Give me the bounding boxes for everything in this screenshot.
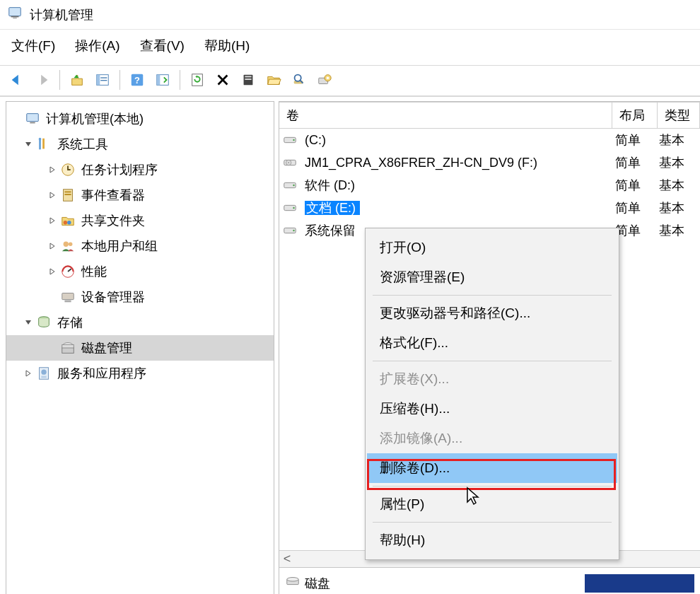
volume-type: 基本 [655, 222, 697, 239]
event-viewer-icon [60, 187, 77, 203]
drive-icon [282, 177, 301, 193]
column-layout[interactable]: 布局 [612, 102, 658, 128]
ctx-mirror: 添加镜像(A)... [367, 424, 617, 453]
collapse-icon[interactable] [22, 138, 35, 151]
tree-event-viewer[interactable]: 事件查看器 [6, 182, 274, 208]
volume-name: 文档 (E:) [303, 199, 609, 216]
ctx-help[interactable]: 帮助(H) [367, 525, 617, 555]
back-button[interactable] [6, 69, 28, 91]
ctx-separator [373, 295, 612, 296]
refresh-button[interactable] [186, 69, 209, 91]
performance-icon [60, 264, 77, 279]
svg-rect-6 [100, 80, 107, 81]
drive-icon [282, 223, 301, 238]
volume-row-selected[interactable]: 文档 (E:) 简单 基本 [279, 197, 700, 219]
tree-label: 共享文件夹 [81, 212, 145, 229]
drive-icon [282, 200, 301, 216]
volume-name: JM1_CPRA_X86FRER_ZH-CN_DV9 (F:) [303, 156, 609, 170]
settings-icon[interactable] [313, 69, 336, 91]
app-icon [7, 5, 23, 24]
volume-type: 基本 [655, 199, 697, 216]
clock-icon [60, 162, 77, 177]
ctx-change-letter[interactable]: 更改驱动器号和路径(C)... [367, 298, 617, 328]
menu-help[interactable]: 帮助(H) [204, 37, 250, 55]
svg-point-54 [293, 230, 294, 231]
ctx-extend: 扩展卷(X)... [367, 364, 617, 394]
show-console-button[interactable] [91, 69, 114, 91]
volume-type: 基本 [655, 132, 697, 148]
svg-rect-1 [11, 16, 19, 18]
volume-row[interactable]: JM1_CPRA_X86FRER_ZH-CN_DV9 (F:) 简单 基本 [279, 151, 700, 174]
tree-system-tools[interactable]: 系统工具 [6, 132, 274, 157]
column-volume[interactable]: 卷 [279, 102, 612, 128]
svg-point-30 [67, 221, 71, 225]
help-button[interactable]: ? [126, 69, 148, 91]
search-icon[interactable] [288, 69, 310, 91]
volume-layout: 简单 [609, 154, 655, 171]
drive-icon [282, 132, 301, 148]
svg-rect-0 [9, 8, 21, 16]
expand-icon[interactable] [46, 240, 59, 252]
cursor-icon [465, 487, 481, 510]
tree-disk-management[interactable]: 磁盘管理 [6, 335, 274, 361]
svg-point-32 [69, 243, 73, 247]
open-folder-icon[interactable] [262, 69, 285, 91]
column-type[interactable]: 类型 [658, 102, 700, 128]
disk-partition-selected[interactable] [585, 574, 694, 593]
disk-label: 磁盘 [305, 575, 330, 592]
svg-rect-13 [245, 76, 251, 78]
menu-view[interactable]: 查看(V) [140, 37, 185, 55]
ctx-explorer[interactable]: 资源管理器(E) [367, 262, 617, 292]
svg-rect-2 [13, 17, 17, 18]
svg-point-56 [287, 578, 299, 582]
expand-icon[interactable] [46, 163, 59, 176]
expand-icon[interactable] [22, 367, 35, 380]
ctx-properties[interactable]: 属性(P) [367, 489, 617, 519]
tree-performance[interactable]: 性能 [6, 259, 274, 284]
volume-name: (C:) [303, 133, 609, 148]
menu-action[interactable]: 操作(A) [75, 37, 119, 55]
tree-task-scheduler[interactable]: 任务计划程序 [6, 157, 274, 182]
up-button[interactable] [66, 69, 88, 91]
ctx-delete-volume[interactable]: 删除卷(D)... [367, 453, 617, 483]
tree-label: 事件查看器 [81, 187, 145, 204]
tree-root[interactable]: 计算机管理(本地) [6, 106, 274, 132]
ctx-open[interactable]: 打开(O) [367, 233, 617, 262]
volume-type: 基本 [655, 154, 697, 171]
navigation-tree[interactable]: 计算机管理(本地) 系统工具 任务计划程序 事 [6, 101, 274, 594]
tree-label: 服务和应用程序 [57, 365, 146, 382]
computer-icon [25, 111, 42, 127]
tree-label: 系统工具 [57, 136, 108, 153]
svg-rect-21 [27, 114, 39, 122]
expand-icon[interactable] [46, 214, 59, 227]
tree-services-apps[interactable]: 服务和应用程序 [6, 361, 274, 386]
tree-device-manager[interactable]: 设备管理器 [6, 284, 274, 310]
delete-button[interactable] [211, 69, 234, 91]
disk-icon [285, 573, 301, 593]
volume-row[interactable]: 软件 (D:) 简单 基本 [279, 174, 700, 197]
ctx-format[interactable]: 格式化(F)... [367, 328, 617, 358]
volume-row[interactable]: (C:) 简单 基本 [279, 129, 700, 151]
collapse-icon[interactable] [22, 316, 35, 329]
disk-graphic-strip[interactable]: 磁盘 [279, 567, 700, 594]
expand-icon[interactable] [46, 265, 59, 278]
svg-point-31 [64, 242, 69, 247]
scroll-left-icon[interactable]: < [279, 552, 295, 566]
forward-button[interactable] [31, 69, 54, 91]
notebook-icon[interactable] [237, 69, 259, 91]
expand-icon[interactable] [46, 189, 59, 202]
properties-button[interactable] [151, 69, 174, 91]
ctx-shrink[interactable]: 压缩卷(H)... [367, 394, 617, 424]
tree-storage[interactable]: 存储 [6, 310, 274, 335]
storage-icon [36, 315, 53, 330]
tree-local-users[interactable]: 本地用户和组 [6, 233, 274, 259]
svg-point-52 [293, 207, 294, 209]
menu-bar: 文件(F) 操作(A) 查看(V) 帮助(H) [0, 30, 700, 65]
tree-label: 计算机管理(本地) [46, 110, 144, 127]
window-title: 计算机管理 [30, 6, 93, 23]
title-bar: 计算机管理 [0, 0, 700, 30]
svg-rect-10 [157, 75, 161, 86]
volume-layout: 简单 [609, 177, 655, 194]
tree-shared-folders[interactable]: 共享文件夹 [6, 208, 274, 233]
menu-file[interactable]: 文件(F) [11, 37, 55, 55]
